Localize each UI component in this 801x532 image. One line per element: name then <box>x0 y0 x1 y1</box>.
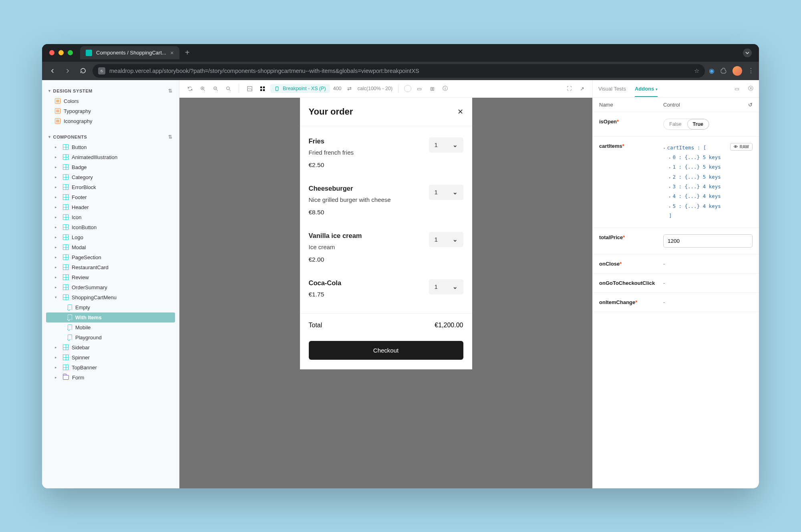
close-window-icon[interactable] <box>49 50 54 55</box>
new-tab-button[interactable]: + <box>185 48 190 57</box>
section-components[interactable]: ▾ COMPONENTS ⇅ <box>46 132 175 142</box>
raw-toggle[interactable]: 👁RAW <box>730 143 753 151</box>
sidebar-story-mobile[interactable]: Mobile <box>46 322 175 332</box>
background-icon[interactable] <box>245 84 254 93</box>
quantity-selector[interactable]: 1⌄ <box>429 232 463 247</box>
cart-item-name: Fries <box>309 137 429 145</box>
quantity-selector[interactable]: 1⌄ <box>429 137 463 153</box>
extensions-icon[interactable] <box>720 67 727 74</box>
minimize-window-icon[interactable] <box>58 50 64 55</box>
close-cart-button[interactable]: ✕ <box>457 107 463 116</box>
sidebar-item-spinner[interactable]: ▸Spinner <box>46 353 175 363</box>
reset-controls-icon[interactable]: ↺ <box>748 102 753 108</box>
theme-icon[interactable] <box>404 85 411 92</box>
close-tab-icon[interactable]: × <box>170 49 174 56</box>
sidebar-item-category[interactable]: ▸Category <box>46 172 175 182</box>
story-canvas: Your order ✕ FriesFried french fries€2.5… <box>179 98 592 488</box>
sidebar[interactable]: ▾ DESIGN SYSTEM ⇅ Colors Typography Icon… <box>42 80 179 488</box>
tab-overflow-button[interactable] <box>743 48 752 57</box>
maximize-window-icon[interactable] <box>68 50 73 55</box>
totalprice-input[interactable] <box>663 234 753 248</box>
sidebar-story-with-items[interactable]: With Items <box>46 312 175 322</box>
svg-rect-4 <box>260 86 262 88</box>
control-cartitems: cartItems* 👁RAW ▾cartItems : [ ▸0 : {...… <box>593 137 759 228</box>
svg-rect-6 <box>260 89 262 91</box>
chevron-right-icon: ▸ <box>55 205 60 209</box>
viewport-selector[interactable]: Breakpoint - XS (P) <box>270 84 330 93</box>
sidebar-item-colors[interactable]: Colors <box>46 96 175 106</box>
sidebar-item-pagesection[interactable]: ▸PageSection <box>46 252 175 262</box>
tree-row[interactable]: ▸1 : {...} 5 keys <box>663 162 753 172</box>
svg-rect-7 <box>263 89 264 91</box>
cart-item-name: Vanilla ice cream <box>309 232 429 240</box>
tab-controls[interactable]: Addons ▾ <box>635 86 658 97</box>
sidebar-item-shoppingcartmenu[interactable]: ▾ShoppingCartMenu <box>46 292 175 302</box>
sidebar-item-restaurantcard[interactable]: ▸RestaurantCard <box>46 262 175 272</box>
addon-tabs: Visual Tests Addons ▾ ▭ ⓧ <box>593 80 759 98</box>
tree-row[interactable]: ▸2 : {...} 5 keys <box>663 172 753 182</box>
sidebar-item-topbanner[interactable]: ▸TopBanner <box>46 363 175 373</box>
outline-icon[interactable]: ⊞ <box>427 84 437 93</box>
addon-dock-icon[interactable]: ▭ <box>735 86 739 92</box>
component-icon <box>63 144 68 150</box>
sidebar-item-icon[interactable]: ▸Icon <box>46 212 175 222</box>
sidebar-story-empty[interactable]: Empty <box>46 302 175 312</box>
sync-icon[interactable] <box>185 84 195 93</box>
sidebar-story-playground[interactable]: Playground <box>46 332 175 343</box>
quantity-selector[interactable]: 1⌄ <box>429 185 463 200</box>
controls-header: Name Control ↺ <box>593 98 759 112</box>
component-icon <box>63 264 68 270</box>
chrome-menu-icon[interactable]: ⋮ <box>748 67 754 75</box>
sidebar-item-header[interactable]: ▸Header <box>46 202 175 212</box>
open-external-icon[interactable]: ↗ <box>577 84 587 93</box>
expand-collapse-icon[interactable]: ⇅ <box>168 88 173 94</box>
cart-item-desc: Nice grilled burger with cheese <box>309 196 429 203</box>
sidebar-item-errorblock[interactable]: ▸ErrorBlock <box>46 182 175 192</box>
forward-button[interactable] <box>62 65 73 77</box>
sidebar-item-form[interactable]: ▸Form <box>46 373 175 383</box>
sidebar-item-footer[interactable]: ▸Footer <box>46 192 175 202</box>
svg-rect-8 <box>276 87 278 91</box>
cart-item: FriesFried french fries€2.501⌄ <box>309 130 463 177</box>
sidebar-item-logo[interactable]: ▸Logo <box>46 232 175 242</box>
sidebar-item-ordersummary[interactable]: ▸OrderSummary <box>46 282 175 292</box>
tree-row[interactable]: ▸4 : {...} 4 keys <box>663 191 753 201</box>
chrome-extension-icon[interactable]: ◉ <box>709 67 714 75</box>
grid-icon[interactable] <box>258 84 267 93</box>
zoom-in-icon[interactable] <box>198 84 207 93</box>
addon-close-icon[interactable]: ⓧ <box>748 85 753 92</box>
tree-row[interactable]: ▸5 : {...} 4 keys <box>663 202 753 211</box>
sidebar-item-badge[interactable]: ▸Badge <box>46 162 175 172</box>
sidebar-item-typography[interactable]: Typography <box>46 106 175 116</box>
sidebar-item-modal[interactable]: ▸Modal <box>46 242 175 252</box>
ruler-icon[interactable]: ▭ <box>415 84 424 93</box>
browser-tab[interactable]: Components / ShoppingCart... × <box>80 46 179 59</box>
tree-row[interactable]: ▸3 : {...} 4 keys <box>663 182 753 191</box>
sidebar-item-iconography[interactable]: Iconography <box>46 116 175 126</box>
reload-button[interactable] <box>77 65 89 77</box>
tree-row[interactable]: ▸0 : {...} 5 keys <box>663 153 753 162</box>
sidebar-item-sidebar[interactable]: ▸Sidebar <box>46 343 175 353</box>
swap-icon[interactable]: ⇄ <box>345 84 354 93</box>
a11y-icon[interactable]: ⓘ <box>440 84 450 93</box>
quantity-selector[interactable]: 1⌄ <box>429 279 463 294</box>
cart-item-price: €1.75 <box>309 291 429 298</box>
profile-avatar[interactable] <box>733 66 742 76</box>
sidebar-item-button[interactable]: ▸Button <box>46 142 175 152</box>
zoom-out-icon[interactable] <box>211 84 220 93</box>
sidebar-item-iconbutton[interactable]: ▸IconButton <box>46 222 175 232</box>
checkout-button[interactable]: Checkout <box>309 341 463 360</box>
expand-collapse-icon[interactable]: ⇅ <box>168 134 173 140</box>
section-design-system[interactable]: ▾ DESIGN SYSTEM ⇅ <box>46 86 175 96</box>
bookmark-icon[interactable]: ☆ <box>694 68 699 74</box>
fullscreen-icon[interactable]: ⛶ <box>564 84 574 93</box>
site-info-icon[interactable]: ⎋ <box>98 67 105 75</box>
sidebar-item-animatedillustration[interactable]: ▸AnimatedIllustration <box>46 152 175 162</box>
sidebar-item-review[interactable]: ▸Review <box>46 272 175 282</box>
isopen-toggle[interactable]: False True <box>663 119 709 130</box>
address-bar[interactable]: ⎋ mealdrop.vercel.app/storybook/?path=/s… <box>93 64 705 78</box>
chevron-right-icon: ▸ <box>55 365 60 369</box>
tab-visual-tests[interactable]: Visual Tests <box>598 86 626 92</box>
back-button[interactable] <box>47 65 58 77</box>
zoom-reset-icon[interactable] <box>223 84 233 93</box>
